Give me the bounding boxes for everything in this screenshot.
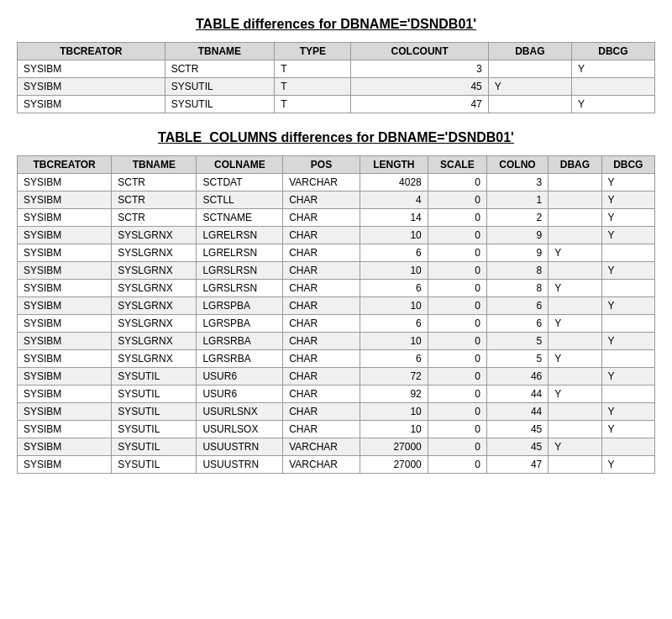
table-cell: LGRSRBA xyxy=(197,350,283,368)
table-cell: SYSIBM xyxy=(18,78,165,96)
table-cell: 6 xyxy=(360,315,428,333)
table-cell: LGRELRSN xyxy=(197,244,283,262)
table-cell: 92 xyxy=(360,386,428,403)
table-cell: 44 xyxy=(486,386,548,403)
table-cell: USURLSNX xyxy=(197,403,283,421)
section2-col-header: POS xyxy=(283,156,360,174)
section2-col-header: TBNAME xyxy=(112,156,197,174)
table-row: SYSIBMSYSUTILUSUR6CHAR72046Y xyxy=(18,368,655,386)
section1-col-header: TYPE xyxy=(275,43,351,60)
table-row: SYSIBMSYSLGRNXLGRSPBACHAR606Y xyxy=(18,315,655,333)
table-row: SYSIBMSYSLGRNXLGRELRSNCHAR1009Y xyxy=(18,227,655,244)
table-cell: 0 xyxy=(428,297,486,315)
table-row: SYSIBMSYSUTILUSUUSTRNVARCHAR27000047Y xyxy=(18,456,655,474)
table-cell xyxy=(549,297,601,315)
table-cell: SYSIBM xyxy=(18,333,112,350)
table-cell: 45 xyxy=(486,438,548,456)
table-row: SYSIBMSYSLGRNXLGRELRSNCHAR609Y xyxy=(18,244,655,262)
section2-col-header: COLNO xyxy=(486,156,548,174)
table-cell: SYSIBM xyxy=(18,315,112,333)
table-cell: Y xyxy=(601,262,654,280)
table-cell xyxy=(549,421,601,438)
table-cell: T xyxy=(275,96,351,113)
table-cell: SCTR xyxy=(112,174,197,191)
table-cell: 6 xyxy=(360,244,428,262)
table-cell: SYSLGRNX xyxy=(112,297,197,315)
table-cell: CHAR xyxy=(283,368,360,386)
section2-col-header: DBCG xyxy=(601,156,654,174)
table-cell: SYSUTIL xyxy=(112,456,197,474)
table-cell: 3 xyxy=(351,60,488,78)
table-cell: SYSLGRNX xyxy=(112,280,197,297)
table-cell: Y xyxy=(601,191,654,209)
table-cell: LGRSLRSN xyxy=(197,262,283,280)
table-cell: Y xyxy=(571,60,654,78)
table-cell: SYSUTIL xyxy=(112,386,197,403)
table-cell: 46 xyxy=(486,368,548,386)
table-cell: 0 xyxy=(428,456,486,474)
table-cell: USURLSOX xyxy=(197,421,283,438)
table-cell: 10 xyxy=(360,333,428,350)
table-cell: SYSIBM xyxy=(18,297,112,315)
table-cell xyxy=(601,386,654,403)
table-row: SYSIBMSYSUTILUSUR6CHAR92044Y xyxy=(18,386,655,403)
section2-header-row: TBCREATORTBNAMECOLNAMEPOSLENGTHSCALECOLN… xyxy=(18,156,655,174)
section1-col-header: TBNAME xyxy=(165,43,275,60)
table-cell: 1 xyxy=(486,191,548,209)
table-cell: 27000 xyxy=(360,456,428,474)
table-cell: Y xyxy=(549,244,601,262)
table-cell xyxy=(549,191,601,209)
table-cell: Y xyxy=(549,280,601,297)
section2-table: TBCREATORTBNAMECOLNAMEPOSLENGTHSCALECOLN… xyxy=(17,155,655,474)
table-cell: 0 xyxy=(428,350,486,368)
table-cell xyxy=(601,315,654,333)
table-cell: SYSLGRNX xyxy=(112,350,197,368)
table-row: SYSIBMSYSLGRNXLGRSRBACHAR605Y xyxy=(18,350,655,368)
table-cell: 47 xyxy=(351,96,488,113)
table-cell: LGRELRSN xyxy=(197,227,283,244)
table-cell: 45 xyxy=(351,78,488,96)
table-cell: 72 xyxy=(360,368,428,386)
table-row: SYSIBMSCTRSCTLLCHAR401Y xyxy=(18,191,655,209)
table-cell xyxy=(601,438,654,456)
table-cell: CHAR xyxy=(283,297,360,315)
table-cell: Y xyxy=(601,403,654,421)
table-row: SYSIBMSCTRT3Y xyxy=(18,60,655,78)
table-cell: VARCHAR xyxy=(283,174,360,191)
table-cell: SYSUTIL xyxy=(112,438,197,456)
table-cell: Y xyxy=(601,421,654,438)
section1-table: TBCREATORTBNAMETYPECOLCOUNTDBAGDBCG SYSI… xyxy=(17,42,655,113)
table-cell: SCTNAME xyxy=(197,209,283,227)
table-cell: SYSUTIL xyxy=(165,96,275,113)
table-cell: SYSIBM xyxy=(18,403,112,421)
table-cell: SYSIBM xyxy=(18,262,112,280)
table-cell: CHAR xyxy=(283,333,360,350)
table-cell: CHAR xyxy=(283,386,360,403)
table-cell: SYSLGRNX xyxy=(112,227,197,244)
table-cell: Y xyxy=(488,78,571,96)
table-cell: VARCHAR xyxy=(283,456,360,474)
table-cell: SYSUTIL xyxy=(165,78,275,96)
section1-header-row: TBCREATORTBNAMETYPECOLCOUNTDBAGDBCG xyxy=(18,43,655,60)
table-cell: 0 xyxy=(428,438,486,456)
table-cell: 8 xyxy=(486,262,548,280)
table-cell: SYSUTIL xyxy=(112,368,197,386)
table-cell: CHAR xyxy=(283,421,360,438)
table-cell: 0 xyxy=(428,280,486,297)
table-cell: Y xyxy=(601,456,654,474)
table-cell: Y xyxy=(549,350,601,368)
table-cell: 5 xyxy=(486,350,548,368)
table-cell: SYSIBM xyxy=(18,438,112,456)
table-cell: LGRSPBA xyxy=(197,315,283,333)
table-cell xyxy=(601,244,654,262)
table-cell: CHAR xyxy=(283,350,360,368)
table-cell: 5 xyxy=(486,333,548,350)
table-cell: SCTR xyxy=(112,209,197,227)
table-cell: 6 xyxy=(360,350,428,368)
table-cell xyxy=(601,350,654,368)
table-cell: CHAR xyxy=(283,262,360,280)
table-cell: Y xyxy=(549,438,601,456)
table-cell: SCTDAT xyxy=(197,174,283,191)
table-cell: 10 xyxy=(360,421,428,438)
table-cell xyxy=(549,368,601,386)
